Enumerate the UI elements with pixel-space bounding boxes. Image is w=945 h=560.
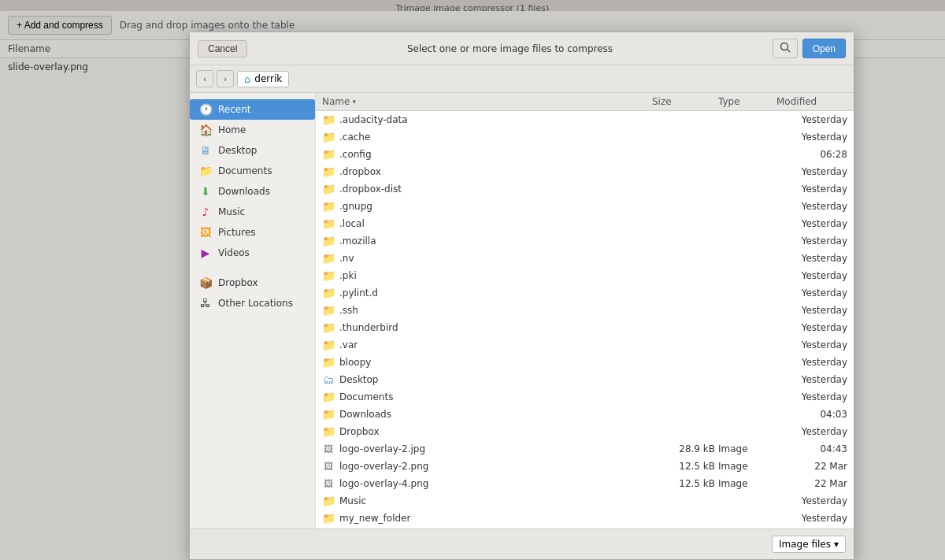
- sort-arrow-icon: ▾: [352, 98, 356, 106]
- file-item[interactable]: 📁 .thunderbird Yesterday: [316, 319, 854, 336]
- file-list: 📁 .audacity-data Yesterday 📁 .cache Yest…: [316, 111, 854, 528]
- sidebar-item-dropbox[interactable]: 📦 Dropbox: [190, 273, 315, 293]
- dialog-title: Select one or more image files to compre…: [247, 43, 772, 54]
- file-item[interactable]: 📁 Downloads 04:03: [316, 406, 854, 423]
- sidebar-item-pictures[interactable]: 🖼 Pictures: [190, 222, 315, 243]
- file-name: .pki: [339, 270, 357, 281]
- file-item[interactable]: 📁 .local Yesterday: [316, 215, 854, 232]
- sidebar-label-dropbox: Dropbox: [218, 277, 258, 288]
- file-name: .var: [339, 339, 358, 350]
- dropbox-icon: 📦: [199, 276, 212, 289]
- file-item[interactable]: 🖼 logo-overlay-4.png 12.5 kB Image 22 Ma…: [316, 475, 854, 492]
- file-name: .local: [339, 218, 365, 229]
- file-name: Music: [339, 495, 366, 506]
- folder-icon: 📁: [322, 165, 335, 178]
- file-type-select[interactable]: Image files ▾: [772, 536, 846, 553]
- file-item[interactable]: 📁 bloopy Yesterday: [316, 354, 854, 371]
- file-modified: 22 Mar: [776, 461, 847, 472]
- file-modified: Yesterday: [776, 374, 847, 385]
- file-name-cell: 📁 .nv: [322, 252, 649, 265]
- downloads-icon: ⬇: [199, 185, 212, 198]
- search-icon: [780, 42, 791, 53]
- file-name: .dropbox: [339, 166, 381, 177]
- sidebar-label-pictures: Pictures: [218, 227, 256, 238]
- file-name: my_new_folder: [339, 513, 410, 524]
- folder-icon: 📁: [322, 235, 335, 247]
- file-item[interactable]: 📁 my_new_folder Yesterday: [316, 510, 854, 527]
- file-modified: Yesterday: [776, 132, 847, 143]
- file-item[interactable]: 📁 .dropbox Yesterday: [316, 163, 854, 180]
- sidebar-item-downloads[interactable]: ⬇ Downloads: [190, 181, 315, 202]
- file-name: .thunderbird: [339, 322, 398, 333]
- cancel-button[interactable]: Cancel: [198, 40, 247, 57]
- folder-icon: 📁: [322, 113, 335, 126]
- sidebar-item-recent[interactable]: 🕐 Recent: [190, 99, 315, 120]
- file-name: Desktop: [339, 374, 379, 385]
- sidebar-label-desktop: Desktop: [218, 145, 258, 156]
- file-modified: Yesterday: [776, 218, 847, 229]
- nav-forward-button[interactable]: ›: [217, 70, 234, 87]
- file-type: Image: [718, 478, 773, 489]
- dialog-overlay: Cancel Select one or more image files to…: [0, 0, 945, 560]
- file-item[interactable]: 📁 Music Yesterday: [316, 492, 854, 510]
- file-name: .config: [339, 149, 372, 160]
- sidebar-label-music: Music: [218, 206, 245, 217]
- file-modified: Yesterday: [776, 287, 847, 299]
- dialog-nav: ‹ › ⌂ derrik: [190, 65, 854, 93]
- search-button[interactable]: [773, 39, 798, 58]
- dialog-header: Cancel Select one or more image files to…: [190, 32, 854, 65]
- file-name: logo-overlay-2.png: [339, 461, 428, 472]
- file-modified: Yesterday: [776, 322, 847, 333]
- file-item[interactable]: 🗂 Desktop Yesterday: [316, 371, 854, 388]
- sidebar-label-other: Other Locations: [218, 298, 293, 309]
- sidebar-item-videos[interactable]: ▶ Videos: [190, 243, 315, 263]
- sidebar-item-music[interactable]: ♪ Music: [190, 202, 315, 222]
- file-name-cell: 📁 Documents: [322, 391, 649, 403]
- open-button[interactable]: Open: [802, 39, 846, 58]
- file-item[interactable]: 📁 .pylint.d Yesterday: [316, 284, 854, 302]
- file-item[interactable]: 🖼 logo-overlay-2.jpg 28.9 kB Image 04:43: [316, 440, 854, 458]
- svg-line-1: [787, 50, 790, 53]
- folder-icon: 📁: [322, 391, 335, 403]
- file-item[interactable]: 📁 .cache Yesterday: [316, 128, 854, 146]
- folder-icon: 📁: [322, 200, 335, 213]
- file-list-header: Name ▾ Size Type Modified: [316, 93, 854, 111]
- file-name: .ssh: [339, 305, 358, 316]
- file-name-cell: 📁 .dropbox-dist: [322, 183, 649, 195]
- file-item[interactable]: 📁 .nv Yesterday: [316, 250, 854, 267]
- sidebar-item-other-locations[interactable]: 🖧 Other Locations: [190, 293, 315, 313]
- back-arrow-icon: ‹: [203, 74, 206, 83]
- folder-icon: 📁: [322, 287, 335, 299]
- nav-back-button[interactable]: ‹: [196, 70, 213, 87]
- file-item[interactable]: 📁 .ssh Yesterday: [316, 302, 854, 319]
- file-name: .pylint.d: [339, 287, 378, 299]
- home-nav-icon: ⌂: [244, 73, 250, 85]
- folder-icon: 📁: [322, 217, 335, 230]
- file-item[interactable]: 📁 .audacity-data Yesterday: [316, 111, 854, 128]
- sidebar-item-documents[interactable]: 📁 Documents: [190, 161, 315, 181]
- file-item[interactable]: 📁 .config 06:28: [316, 146, 854, 163]
- file-item[interactable]: 📁 .pki Yesterday: [316, 267, 854, 284]
- sidebar-item-home[interactable]: 🏠 Home: [190, 120, 315, 140]
- file-name-cell: 🖼 logo-overlay-2.png: [322, 460, 649, 473]
- file-name: .mozilla: [339, 235, 376, 247]
- sidebar-item-desktop[interactable]: 🖥 Desktop: [190, 140, 315, 161]
- folder-icon: 📁: [322, 321, 335, 334]
- file-modified: Yesterday: [776, 114, 847, 125]
- folder-music-icon: 📁: [322, 495, 335, 507]
- folder-icon: 📁: [322, 356, 335, 369]
- folder-icon: 📁: [322, 183, 335, 195]
- file-item[interactable]: 📁 .dropbox-dist Yesterday: [316, 180, 854, 198]
- file-item[interactable]: 🖼 logo-overlay-2.png 12.5 kB Image 22 Ma…: [316, 458, 854, 475]
- file-type-dropdown-icon: ▾: [834, 539, 839, 550]
- file-modified: 22 Mar: [776, 478, 847, 489]
- file-item[interactable]: 📁 .mozilla Yesterday: [316, 232, 854, 250]
- file-item[interactable]: 📁 .var Yesterday: [316, 336, 854, 354]
- file-name-cell: 📁 Dropbox: [322, 425, 649, 438]
- file-modified: Yesterday: [776, 253, 847, 264]
- file-size: 28.9 kB: [652, 443, 715, 454]
- file-item[interactable]: 📁 .gnupg Yesterday: [316, 198, 854, 215]
- file-item[interactable]: 📁 Documents Yesterday: [316, 388, 854, 406]
- file-type: Image: [718, 461, 773, 472]
- file-item[interactable]: 📁 Dropbox Yesterday: [316, 423, 854, 440]
